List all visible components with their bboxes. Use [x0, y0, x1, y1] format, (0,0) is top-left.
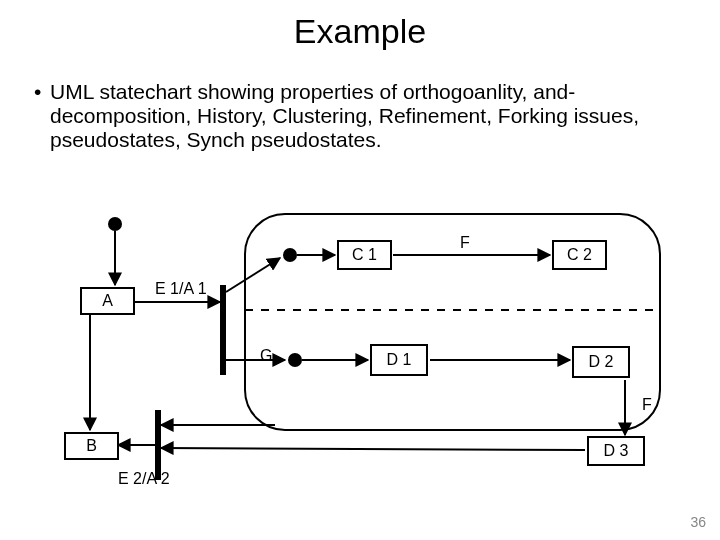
bullet-content: UML statechart showing properties of ort… [50, 80, 670, 152]
label-F-right: F [642, 396, 652, 414]
transition-fork-to-top-region [226, 258, 280, 292]
state-B: B [64, 432, 119, 460]
label-F-top: F [460, 234, 470, 252]
state-D1: D 1 [370, 344, 428, 376]
state-C1: C 1 [337, 240, 392, 270]
state-C2: C 2 [552, 240, 607, 270]
state-D3: D 3 [587, 436, 645, 466]
slide-title: Example [0, 12, 720, 51]
transition-D3-to-join [161, 448, 585, 450]
slide-number: 36 [690, 514, 706, 530]
state-D2: D 2 [572, 346, 630, 378]
label-G: G [260, 347, 272, 365]
statechart-diagram: A B C 1 C 2 D 1 D 2 D 3 E 1/A 1 E 2/A 2 … [60, 210, 670, 500]
label-E1A1: E 1/A 1 [155, 280, 207, 298]
initial-pseudostate-bottom-region-icon [288, 353, 302, 367]
initial-pseudostate-top-region-icon [283, 248, 297, 262]
initial-pseudostate-icon [108, 217, 122, 231]
state-A: A [80, 287, 135, 315]
bullet-text: •UML statechart showing properties of or… [34, 80, 684, 152]
fork-bar-top [220, 285, 226, 375]
label-E2A2: E 2/A 2 [118, 470, 170, 488]
